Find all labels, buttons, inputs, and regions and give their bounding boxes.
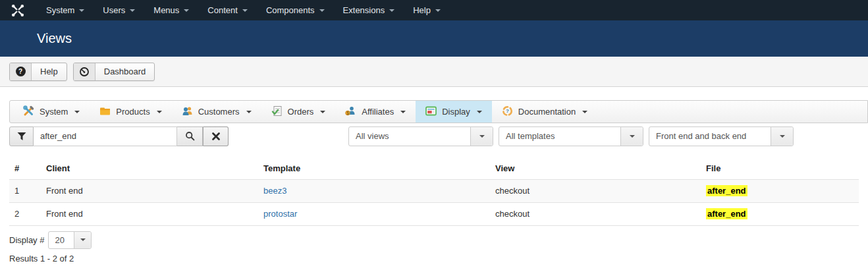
row-num: 1 [9, 179, 41, 202]
display-icon [425, 105, 437, 119]
row-num: 2 [9, 202, 41, 225]
nav-item-label: Extensions [343, 5, 385, 15]
chevron-down-icon [470, 127, 493, 146]
chevron-down-icon [477, 111, 482, 113]
chevron-down-icon [771, 127, 793, 146]
views-filter-value: All views [349, 127, 470, 146]
column-header-template: Template [258, 158, 490, 179]
client-filter-value: Front end and back end [649, 127, 771, 146]
views-filter-select[interactable]: All views [348, 126, 493, 146]
component-menu: System Products Customers [9, 100, 868, 123]
nav-item-label: System [46, 5, 74, 15]
template-link[interactable]: beez3 [263, 186, 286, 196]
views-table: # Client Template View File 1 Front end … [9, 158, 859, 226]
joomla-logo-icon[interactable] [9, 3, 26, 18]
clear-search-button[interactable] [203, 126, 229, 146]
chevron-down-icon [184, 9, 189, 12]
nav-item-extensions[interactable]: Extensions [334, 0, 404, 20]
question-icon: ? [10, 63, 32, 80]
toolbar: ? Help Dashboard [0, 57, 868, 87]
nav-item-system[interactable]: System [37, 0, 94, 20]
nav-item-label: Components [266, 5, 315, 15]
menu-item-customers[interactable]: Customers [172, 101, 261, 123]
menu-item-affiliates[interactable]: $ Affiliates [335, 101, 416, 123]
page-title: Views [0, 31, 72, 46]
table-row: 1 Front end beez3 checkout after_end [9, 179, 859, 202]
menu-item-label: Products [116, 107, 149, 117]
folder-icon [99, 105, 111, 119]
chevron-down-icon [242, 9, 248, 12]
chevron-down-icon [74, 232, 91, 248]
chevron-down-icon [400, 111, 406, 113]
row-view: checkout [490, 179, 701, 202]
admin-navbar: System Users Menus Content Components Ex… [0, 0, 868, 20]
chevron-down-icon [157, 111, 162, 113]
search-input[interactable] [34, 126, 177, 146]
nav-item-label: Content [207, 5, 238, 15]
search-group [9, 126, 229, 146]
table-row: 2 Front end protostar checkout after_end [9, 202, 859, 225]
orders-icon [271, 105, 283, 119]
templates-filter-select[interactable]: All templates [499, 126, 643, 146]
funnel-icon [17, 132, 26, 141]
chevron-down-icon [246, 111, 252, 113]
page-size-select[interactable]: 20 [48, 231, 92, 249]
menu-item-label: System [40, 107, 68, 117]
filter-bar: All views All templates Front end and ba… [9, 126, 859, 146]
nav-item-label: Menus [153, 5, 179, 15]
chevron-down-icon [320, 111, 325, 113]
nav-item-users[interactable]: Users [94, 0, 144, 20]
nav-item-label: Help [413, 5, 431, 15]
nav-item-help[interactable]: Help [404, 0, 450, 20]
menu-item-label: Orders [288, 107, 314, 117]
template-link[interactable]: protostar [263, 209, 297, 219]
page-size-value: 20 [49, 232, 74, 248]
column-header-view: View [490, 158, 701, 179]
menu-item-label: Affiliates [362, 107, 394, 117]
table-header-row: # Client Template View File [9, 158, 859, 179]
row-client: Front end [41, 179, 258, 202]
chevron-down-icon [582, 111, 587, 113]
search-submit-button[interactable] [177, 126, 203, 146]
column-header-client: Client [41, 158, 258, 179]
results-counter: Results 1 - 2 of 2 [9, 254, 868, 264]
nav-item-label: Users [103, 5, 125, 15]
dashboard-button[interactable]: Dashboard [73, 63, 155, 81]
svg-text:$: $ [346, 111, 349, 116]
chevron-down-icon [389, 9, 394, 12]
menu-item-display[interactable]: Display [416, 101, 492, 123]
highlighted-file-name: after_end [706, 208, 747, 219]
row-client: Front end [41, 202, 258, 225]
chevron-down-icon [74, 111, 80, 113]
help-button[interactable]: ? Help [9, 63, 67, 81]
menu-item-products[interactable]: Products [90, 101, 171, 123]
nav-item-components[interactable]: Components [257, 0, 334, 20]
menu-item-system[interactable]: System [10, 101, 90, 123]
client-filter-select[interactable]: Front end and back end [649, 126, 794, 146]
row-view: checkout [490, 202, 701, 225]
chevron-down-icon [79, 9, 84, 12]
svg-text:?: ? [506, 108, 509, 114]
documentation-icon: ? [502, 105, 513, 119]
chevron-down-icon [319, 9, 325, 12]
close-icon [211, 132, 221, 141]
filter-options-button[interactable] [9, 126, 34, 146]
chevron-down-icon [435, 9, 441, 12]
highlighted-file-name: after_end [706, 185, 747, 196]
menu-item-orders[interactable]: Orders [261, 101, 336, 123]
customers-icon [182, 105, 193, 119]
menu-item-label: Customers [198, 107, 240, 117]
nav-item-content[interactable]: Content [198, 0, 257, 20]
search-icon [185, 131, 195, 141]
dashboard-button-label: Dashboard [95, 63, 155, 80]
menu-item-label: Documentation [518, 107, 576, 117]
dashboard-icon [74, 63, 95, 80]
menu-item-documentation[interactable]: ? Documentation [492, 101, 597, 123]
page-header: Views [0, 20, 868, 57]
column-header-num: # [9, 158, 41, 179]
affiliates-icon: $ [345, 105, 356, 119]
chevron-down-icon [130, 9, 135, 12]
nav-item-menus[interactable]: Menus [144, 0, 198, 20]
menu-item-label: Display [442, 107, 470, 117]
pagination: Display # 20 [9, 231, 868, 249]
